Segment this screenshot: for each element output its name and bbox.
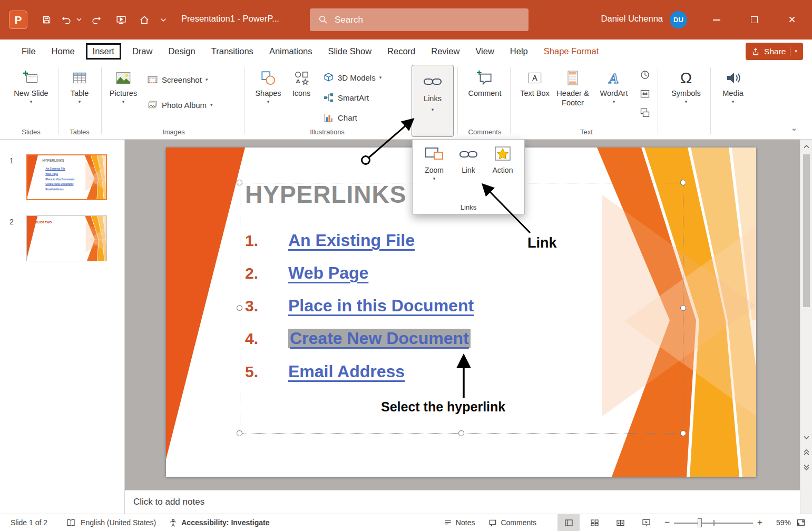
tab-view[interactable]: View — [467, 40, 502, 63]
reading-view-button[interactable] — [609, 514, 631, 531]
spell-check-button[interactable] — [66, 518, 75, 527]
chevron-down-icon[interactable]: ▾ — [795, 49, 797, 54]
table-button[interactable]: Table ▾ — [62, 65, 97, 125]
media-icon — [723, 69, 742, 87]
slide-number-button[interactable] — [638, 86, 652, 101]
new-slide-button[interactable]: New Slide ▾ — [8, 65, 54, 125]
zoom-slider[interactable] — [674, 514, 753, 531]
selection-handle-top-left[interactable] — [237, 180, 242, 185]
ribbon-tab-bar: File Home Insert Draw Design Transitions… — [0, 40, 812, 63]
save-button[interactable] — [37, 10, 56, 30]
insert-annotation-box: Insert — [86, 43, 121, 60]
tab-animations[interactable]: Animations — [261, 40, 320, 63]
slide-thumbnail-1[interactable]: HYPERLINKS An Existing File Web Page Pla… — [26, 154, 107, 200]
chart-button[interactable]: Chart — [320, 110, 360, 125]
thumbnail-2-title: SLIDE TWO — [36, 221, 52, 224]
zoom-menu-item[interactable]: Zoom ▾ — [418, 145, 451, 181]
redo-button[interactable] — [86, 10, 106, 30]
tab-transitions[interactable]: Transitions — [203, 40, 261, 63]
media-button[interactable]: Media ▾ — [715, 65, 751, 125]
chevron-up-icon — [804, 144, 809, 149]
icons-icon — [292, 69, 310, 87]
symbols-button[interactable]: Ω Symbols ▾ — [665, 65, 707, 125]
collapse-ribbon-button[interactable]: ⌄ — [786, 121, 802, 135]
comments-toggle-button[interactable]: Comments — [488, 518, 536, 527]
fit-slide-to-window-button[interactable] — [796, 518, 806, 527]
customize-toolbar-button[interactable] — [158, 10, 169, 30]
undo-dropdown-button[interactable] — [75, 10, 83, 30]
powerpoint-window: P Presentation1 - PowerP... Daniel Uchen… — [0, 0, 812, 531]
tab-design[interactable]: Design — [160, 40, 203, 63]
tab-file[interactable]: File — [14, 40, 44, 63]
selection-handle-bottom-left[interactable] — [237, 430, 242, 436]
header-footer-button[interactable]: Header & Footer — [553, 65, 592, 125]
icons-button[interactable]: Icons — [287, 65, 316, 125]
accessibility-checker-button[interactable]: Accessibility: Investigate — [169, 518, 269, 527]
tab-home[interactable]: Home — [44, 40, 83, 63]
table-icon — [71, 69, 89, 87]
undo-button[interactable] — [57, 10, 76, 30]
scroll-down-button[interactable] — [800, 431, 812, 445]
normal-view-button[interactable] — [557, 514, 580, 531]
workspace: 1 HYPERLINKS An Existing File Web Page P… — [0, 140, 812, 514]
action-menu-item[interactable]: Action — [486, 145, 519, 174]
object-button[interactable] — [638, 105, 652, 120]
powerpoint-logo-icon[interactable]: P — [9, 11, 27, 29]
avatar[interactable]: DU — [670, 11, 687, 28]
link-menu-item[interactable]: Link — [455, 145, 482, 174]
zoom-slider-thumb[interactable] — [698, 518, 702, 527]
search-box[interactable] — [310, 8, 529, 31]
group-label-slides: Slides — [8, 128, 54, 136]
next-slide-button[interactable] — [800, 460, 812, 474]
wordart-button[interactable]: A WordArt ▾ — [595, 65, 632, 125]
vertical-scrollbar[interactable] — [800, 140, 812, 514]
notes-toggle-button[interactable]: Notes — [444, 518, 475, 527]
tab-review[interactable]: Review — [423, 40, 467, 63]
minimize-button[interactable] — [704, 0, 729, 40]
selection-handle-top-right[interactable] — [680, 180, 686, 185]
search-input[interactable] — [335, 15, 520, 25]
selection-handle-bottom-right[interactable] — [680, 430, 686, 436]
tab-help[interactable]: Help — [502, 40, 536, 63]
comment-button[interactable]: Comment — [463, 65, 507, 125]
screenshot-button[interactable]: Screenshot ▾ — [144, 72, 210, 87]
close-button[interactable]: ✕ — [779, 0, 805, 40]
tab-draw[interactable]: Draw — [124, 40, 161, 63]
tab-record[interactable]: Record — [379, 40, 423, 63]
pictures-button[interactable]: Pictures ▾ — [106, 65, 140, 125]
scroll-up-button[interactable] — [800, 140, 812, 153]
plus-icon: + — [757, 517, 762, 528]
scrollbar-thumb[interactable] — [803, 154, 810, 307]
selection-handle-middle-right[interactable] — [680, 305, 686, 311]
selection-handle-bottom-middle[interactable] — [458, 430, 464, 436]
photo-album-button[interactable]: Photo Album ▾ — [144, 97, 216, 113]
smartart-button[interactable]: SmartArt — [320, 90, 371, 105]
notes-pane[interactable]: Click to add notes — [125, 490, 800, 514]
tab-insert[interactable]: Insert — [83, 40, 124, 63]
start-slideshow-button[interactable] — [111, 10, 131, 30]
share-button[interactable]: Share ▾ — [746, 43, 803, 60]
thumbnail-list-item: Create New Document — [45, 182, 73, 185]
thumbnail-1-number: 1 — [9, 156, 14, 165]
zoom-out-button[interactable]: − — [664, 517, 670, 528]
shapes-button[interactable]: Shapes ▾ — [253, 65, 283, 125]
maximize-button[interactable] — [741, 0, 767, 40]
group-label-tables: Tables — [62, 128, 97, 136]
previous-slide-button[interactable] — [800, 446, 812, 459]
3d-models-button[interactable]: 3D Models ▾ — [320, 70, 384, 85]
chevron-down-icon: ▾ — [210, 103, 213, 107]
header-footer-icon — [564, 69, 581, 87]
home-button[interactable] — [134, 10, 154, 30]
slide-thumbnail-2[interactable]: SLIDE TWO — [26, 215, 107, 261]
tab-slide-show[interactable]: Slide Show — [320, 40, 380, 63]
tab-shape-format[interactable]: Shape Format — [536, 40, 607, 63]
date-time-button[interactable] — [638, 67, 652, 82]
zoom-level-button[interactable]: 59% — [769, 518, 791, 527]
links-button[interactable]: Links ▾ — [412, 65, 454, 137]
slide-sorter-view-button[interactable] — [583, 514, 605, 531]
language-button[interactable]: English (United States) — [81, 518, 156, 527]
zoom-in-button[interactable]: + — [757, 517, 762, 528]
text-box-button[interactable]: Text Box — [520, 65, 550, 125]
slideshow-view-button[interactable] — [635, 514, 657, 531]
selection-handle-middle-left[interactable] — [237, 305, 242, 311]
